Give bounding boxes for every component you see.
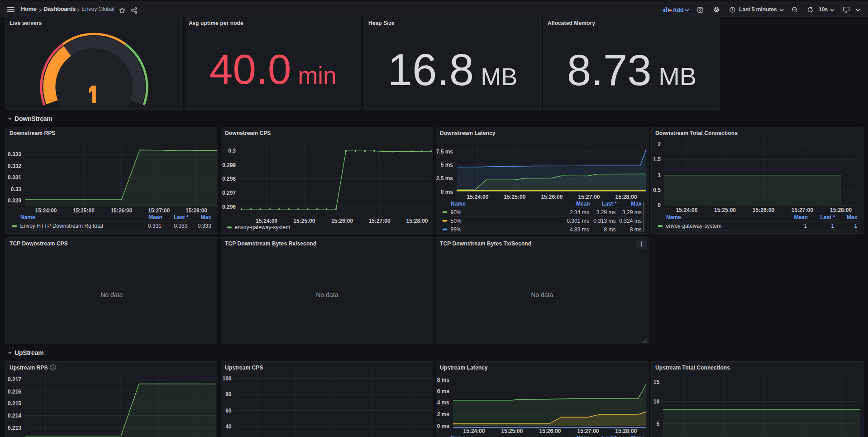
svg-text:90%: 90% [451, 209, 462, 215]
svg-text:8.73 MB: 8.73 MB [567, 46, 696, 94]
svg-text:0.33: 0.33 [11, 186, 22, 192]
svg-text:No data: No data [531, 291, 553, 298]
svg-text:Mean: Mean [576, 434, 590, 437]
svg-text:10: 10 [653, 398, 659, 404]
svg-text:99%: 99% [451, 226, 462, 232]
svg-text:Max: Max [200, 214, 211, 221]
svg-text:3.29 ms: 3.29 ms [622, 209, 642, 215]
svg-text:5: 5 [656, 420, 659, 427]
svg-text:Upstream Total Connections: Upstream Total Connections [655, 364, 730, 370]
svg-text:Mean: Mean [148, 214, 162, 221]
svg-text:0.299: 0.299 [222, 162, 235, 168]
svg-text:15:28:00: 15:28:00 [186, 207, 207, 213]
svg-text:Envoy HTTP Downstream Rq total: Envoy HTTP Downstream Rq total [20, 223, 103, 229]
svg-text:0.216: 0.216 [8, 388, 21, 394]
svg-text:15:24:00: 15:24:00 [467, 193, 488, 200]
svg-text:15:28:00: 15:28:00 [615, 193, 637, 200]
svg-text:15:25:00: 15:25:00 [293, 217, 315, 224]
svg-text:6 ms: 6 ms [437, 388, 450, 394]
svg-text:0: 0 [658, 202, 661, 208]
svg-text:Mean: Mean [794, 214, 808, 221]
svg-text:40.0 min: 40.0 min [210, 46, 337, 93]
svg-text:Last *: Last * [602, 434, 617, 437]
svg-text:15:28:00: 15:28:00 [830, 207, 852, 213]
svg-text:Name: Name [666, 214, 681, 221]
svg-text:15:26:00: 15:26:00 [752, 207, 774, 213]
svg-text:Mean: Mean [576, 200, 590, 206]
svg-text:15:28:00: 15:28:00 [615, 427, 637, 434]
svg-text:envoy-gateway-system: envoy-gateway-system [234, 224, 290, 231]
svg-text:15:24:00: 15:24:00 [463, 427, 485, 434]
svg-text:Downstream CPS: Downstream CPS [225, 130, 271, 136]
svg-text:0.333: 0.333 [8, 151, 21, 158]
svg-text:0.214: 0.214 [8, 412, 21, 418]
svg-text:15:27:00: 15:27:00 [577, 427, 599, 434]
svg-text:Name: Name [20, 214, 35, 221]
svg-text:8 ms: 8 ms [630, 226, 642, 232]
svg-text:1: 1 [658, 172, 661, 178]
svg-text:2.5 ms: 2.5 ms [436, 175, 453, 181]
svg-text:0 ms: 0 ms [437, 423, 450, 429]
svg-text:Last *: Last * [820, 214, 835, 221]
svg-text:Max: Max [846, 214, 857, 221]
svg-text:0.298: 0.298 [222, 175, 235, 182]
svg-text:0.313 ms: 0.313 ms [593, 217, 615, 224]
svg-text:100: 100 [222, 375, 231, 381]
svg-text:1: 1 [854, 223, 857, 229]
svg-text:TCP Downstream Bytes Rx/second: TCP Downstream Bytes Rx/second [225, 240, 316, 247]
svg-text:15:26:00: 15:26:00 [539, 427, 561, 434]
svg-text:15: 15 [653, 379, 659, 385]
svg-text:40: 40 [225, 423, 232, 430]
svg-text:0.213: 0.213 [8, 424, 21, 431]
svg-text:15:25:00: 15:25:00 [714, 207, 735, 213]
svg-text:15:25:00: 15:25:00 [73, 207, 95, 213]
svg-text:0.5: 0.5 [653, 187, 661, 193]
svg-text:Downstream Latency: Downstream Latency [440, 130, 496, 136]
svg-text:Allocated Memory: Allocated Memory [548, 20, 595, 26]
svg-text:15:28:00: 15:28:00 [406, 217, 428, 224]
svg-text:Max: Max [631, 200, 642, 206]
svg-text:15:24:00: 15:24:00 [676, 207, 697, 213]
svg-text:2 ms: 2 ms [437, 411, 450, 418]
svg-text:15:27:00: 15:27:00 [578, 193, 600, 200]
svg-text:0.324 ms: 0.324 ms [619, 217, 641, 224]
svg-text:15:24:00: 15:24:00 [35, 207, 57, 213]
svg-text:TCP Downstream CPS: TCP Downstream CPS [10, 240, 68, 247]
svg-text:envoy-gateway-system: envoy-gateway-system [666, 223, 721, 229]
svg-text:0.3: 0.3 [228, 148, 236, 154]
svg-text:80: 80 [225, 391, 232, 398]
svg-text:0.297: 0.297 [222, 189, 235, 196]
svg-text:15:26:00: 15:26:00 [110, 207, 132, 213]
svg-text:3.29 ms: 3.29 ms [596, 209, 616, 215]
svg-text:15:27:00: 15:27:00 [368, 217, 390, 224]
svg-text:Upstream RPS: Upstream RPS [10, 364, 48, 370]
svg-text:15:24:00: 15:24:00 [255, 217, 277, 224]
svg-text:2.34 ms: 2.34 ms [570, 209, 589, 215]
svg-text:4 ms: 4 ms [437, 399, 450, 406]
svg-text:15:26:00: 15:26:00 [541, 193, 563, 200]
svg-text:Upstream CPS: Upstream CPS [225, 364, 263, 370]
svg-text:8 ms: 8 ms [604, 226, 615, 232]
svg-text:0.329: 0.329 [8, 197, 21, 204]
svg-text:0.331: 0.331 [8, 174, 21, 181]
svg-text:Downstream RPS: Downstream RPS [10, 130, 55, 136]
svg-text:0.215: 0.215 [8, 400, 21, 407]
svg-text:Last *: Last * [602, 200, 617, 206]
svg-text:0.296: 0.296 [222, 203, 235, 210]
svg-text:15:27:00: 15:27:00 [148, 207, 170, 213]
svg-text:0.332: 0.332 [8, 163, 21, 169]
svg-text:Heap Size: Heap Size [368, 20, 395, 26]
svg-text:7.5 ms: 7.5 ms [436, 148, 453, 154]
svg-text:15:27:00: 15:27:00 [791, 207, 813, 213]
svg-text:0.301 ms: 0.301 ms [567, 217, 589, 224]
svg-text:Last *: Last * [174, 214, 189, 221]
svg-text:50%: 50% [451, 217, 462, 224]
svg-text:15:25:00: 15:25:00 [504, 193, 525, 200]
svg-text:Avg uptime per node: Avg uptime per node [189, 20, 243, 26]
svg-text:1.5: 1.5 [653, 156, 661, 163]
svg-text:Max: Max [631, 434, 642, 437]
svg-text:Live servers: Live servers [10, 20, 42, 26]
svg-text:16.8 MB: 16.8 MB [387, 45, 517, 95]
svg-text:Upstream Latency: Upstream Latency [440, 364, 488, 370]
svg-text:2: 2 [658, 141, 661, 147]
